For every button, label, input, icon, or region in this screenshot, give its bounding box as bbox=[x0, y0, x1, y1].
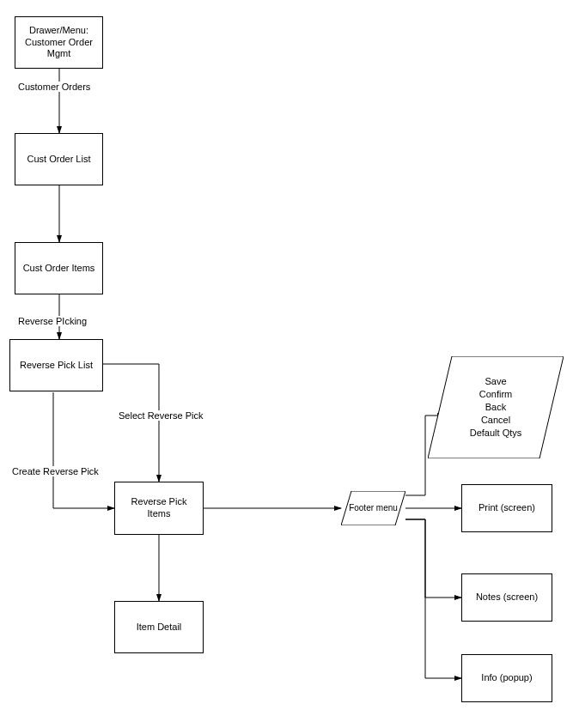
node-actions-parallelogram: Save Confirm Back Cancel Default Qtys bbox=[428, 356, 564, 458]
node-cust-order-list: Cust Order List bbox=[15, 133, 103, 185]
node-footer-menu: Footer menu bbox=[341, 491, 405, 525]
node-reverse-pick-list: Reverse Pick List bbox=[9, 339, 103, 391]
edge-label-create-reverse-pick: Create Reverse Pick bbox=[11, 466, 100, 476]
flowchart-canvas: Customer Orders Reverse PIcking Select R… bbox=[0, 0, 573, 728]
node-item-detail: Item Detail bbox=[114, 601, 204, 653]
node-print-screen: Print (screen) bbox=[461, 484, 552, 532]
node-drawer-menu: Drawer/Menu: Customer Order Mgmt bbox=[15, 16, 103, 69]
node-cust-order-items: Cust Order Items bbox=[15, 242, 103, 294]
node-notes-screen: Notes (screen) bbox=[461, 573, 552, 622]
edge-label-customer-orders: Customer Orders bbox=[17, 82, 91, 92]
node-info-popup: Info (popup) bbox=[461, 654, 552, 702]
edge-label-reverse-picking: Reverse PIcking bbox=[17, 316, 88, 326]
edge-label-select-reverse-pick: Select Reverse Pick bbox=[118, 410, 204, 421]
node-footer-menu-label: Footer menu bbox=[349, 502, 398, 514]
node-reverse-pick-items: Reverse Pick Items bbox=[114, 482, 204, 535]
node-actions-label: Save Confirm Back Cancel Default Qtys bbox=[470, 375, 522, 439]
